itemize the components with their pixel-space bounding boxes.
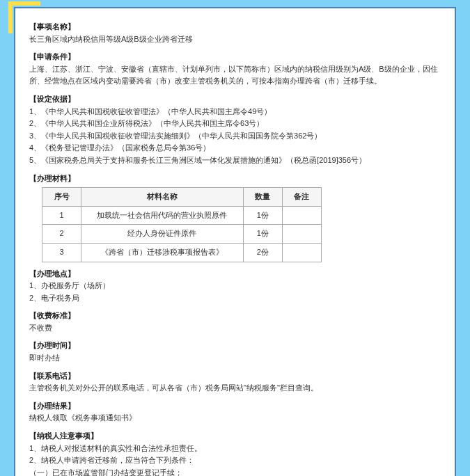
time-label: 【办理时间】	[29, 341, 75, 349]
basis-line: 5、《国家税务总局关于支持和服务长江三角洲区域一体化发展措施的通知》（税总函[2…	[29, 156, 366, 164]
cell-qty: 2份	[243, 243, 282, 262]
conditions-body: 上海、江苏、浙江、宁波、安徽省（直辖市、计划单列市，以下简称市）区域内的纳税信用…	[29, 65, 438, 86]
cell-name: 《跨省（市）迁移涉税事项报告表》	[81, 243, 244, 262]
table-row: 1 加载统一社会信用代码的营业执照原件 1份	[42, 206, 322, 225]
fee-body: 不收费	[29, 324, 52, 332]
item-name-body: 长三角区域内纳税信用等级A级B级企业跨省迁移	[29, 35, 193, 43]
cell-remark	[282, 243, 321, 262]
fee-label: 【收费标准】	[29, 311, 75, 319]
place-line: 2、电子税务局	[29, 294, 79, 302]
basis-line: 3、《中华人民共和国税收征收管理法实施细则》（中华人民共和国国务院令第362号）	[29, 132, 322, 140]
notice-label: 【纳税人注意事项】	[29, 431, 98, 440]
table-row: 2 经办人身份证件原件 1份	[42, 225, 322, 244]
result-label: 【办理结果】	[29, 402, 75, 410]
phone-label: 【联系电话】	[29, 372, 75, 380]
basis-line: 4、《税务登记管理办法》（国家税务总局令第36号）	[29, 143, 210, 152]
basis-line: 1、《中华人民共和国税收征收管理法》（中华人民共和国主席令49号）	[29, 107, 272, 116]
time-body: 即时办结	[29, 354, 60, 362]
info-card: 【事项名称】 长三角区域内纳税信用等级A级B级企业跨省迁移 【申请条件】 上海、…	[14, 7, 456, 476]
basis-line: 2、《中华人民共和国企业所得税法》（中华人民共和国主席令63号）	[29, 119, 264, 127]
result-body: 纳税人领取《税务事项通知书》	[29, 413, 136, 422]
th-qty: 数量	[243, 188, 282, 207]
th-no: 序号	[42, 188, 81, 207]
cell-qty: 1份	[243, 225, 282, 244]
cell-no: 2	[42, 225, 81, 244]
notice-line: （一）已在市场监管部门办结变更登记手续；	[29, 468, 182, 476]
cell-no: 1	[42, 206, 81, 225]
place-line: 1、办税服务厅（场所）	[29, 281, 110, 289]
cell-remark	[282, 225, 321, 244]
notice-line: 2、纳税人申请跨省迁移前，应当符合下列条件：	[29, 456, 194, 464]
materials-table: 序号 材料名称 数量 备注 1 加载统一社会信用代码的营业执照原件 1份 2 经…	[42, 187, 322, 262]
phone-body: 主管税务机关对外公开的联系电话，可从各省（市）税务局网站"纳税服务"栏目查询。	[29, 383, 318, 392]
item-name-label: 【事项名称】	[29, 22, 75, 31]
table-row: 3 《跨省（市）迁移涉税事项报告表》 2份	[42, 243, 322, 262]
cell-name: 加载统一社会信用代码的营业执照原件	[81, 206, 244, 225]
cell-qty: 1份	[243, 206, 282, 225]
th-name: 材料名称	[81, 188, 244, 207]
table-header-row: 序号 材料名称 数量 备注	[42, 188, 322, 207]
materials-label: 【办理材料】	[29, 174, 75, 182]
conditions-label: 【申请条件】	[29, 52, 75, 61]
place-label: 【办理地点】	[29, 269, 75, 278]
cell-no: 3	[42, 243, 81, 262]
basis-label: 【设定依据】	[29, 95, 75, 103]
cell-name: 经办人身份证件原件	[81, 225, 244, 244]
cell-remark	[282, 206, 321, 225]
notice-line: 1、纳税人对报送材料的真实性和合法性承担责任。	[29, 444, 202, 452]
th-remark: 备注	[282, 188, 321, 207]
